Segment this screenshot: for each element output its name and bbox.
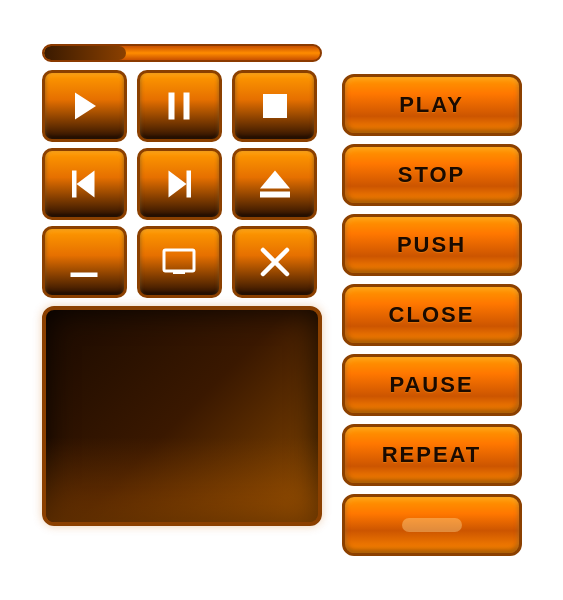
prev-icon xyxy=(66,166,102,202)
close-label-button[interactable]: CLOSE xyxy=(342,284,522,346)
push-label: PUSH xyxy=(397,232,466,258)
eject-icon xyxy=(257,166,293,202)
screen-button[interactable] xyxy=(137,226,222,298)
svg-rect-9 xyxy=(260,192,290,198)
svg-rect-7 xyxy=(187,171,192,198)
svg-rect-11 xyxy=(164,250,194,271)
eject-button[interactable] xyxy=(232,148,317,220)
minus-button[interactable] xyxy=(42,226,127,298)
svg-rect-10 xyxy=(71,273,98,278)
pause-label: PAUSE xyxy=(389,372,473,398)
repeat-label: REPEAT xyxy=(382,442,482,468)
next-icon xyxy=(161,166,197,202)
svg-rect-5 xyxy=(72,171,77,198)
display-screen xyxy=(42,306,322,526)
svg-marker-0 xyxy=(75,93,96,120)
stop-label-button[interactable]: STOP xyxy=(342,144,522,206)
push-label-button[interactable]: PUSH xyxy=(342,214,522,276)
stop-label: STOP xyxy=(398,162,466,188)
stop-icon xyxy=(257,88,293,124)
prev-button[interactable] xyxy=(42,148,127,220)
left-panel xyxy=(42,44,322,556)
screen-icon xyxy=(161,244,197,280)
svg-rect-12 xyxy=(173,271,185,274)
pause-label-button[interactable]: PAUSE xyxy=(342,354,522,416)
main-container: PLAY STOP PUSH CLOSE PAUSE REPEAT xyxy=(22,24,542,576)
svg-marker-4 xyxy=(77,171,95,198)
svg-rect-3 xyxy=(263,94,287,118)
next-button[interactable] xyxy=(137,148,222,220)
play-label: PLAY xyxy=(399,92,464,118)
close-x-button[interactable] xyxy=(232,226,317,298)
svg-marker-8 xyxy=(260,171,290,189)
right-panel: PLAY STOP PUSH CLOSE PAUSE REPEAT xyxy=(342,44,522,556)
svg-rect-2 xyxy=(184,93,190,120)
play-icon xyxy=(66,88,102,124)
pause-icon xyxy=(161,88,197,124)
svg-marker-6 xyxy=(169,171,187,198)
play-label-button[interactable]: PLAY xyxy=(342,74,522,136)
close-label: CLOSE xyxy=(389,302,475,328)
play-button[interactable] xyxy=(42,70,127,142)
repeat-label-button[interactable]: REPEAT xyxy=(342,424,522,486)
stop-button[interactable] xyxy=(232,70,317,142)
x-icon xyxy=(257,244,293,280)
pause-button[interactable] xyxy=(137,70,222,142)
svg-rect-1 xyxy=(169,93,175,120)
minus-icon xyxy=(66,244,102,280)
progress-bar[interactable] xyxy=(42,44,322,62)
icon-button-grid xyxy=(42,70,322,298)
extra-button[interactable] xyxy=(342,494,522,556)
